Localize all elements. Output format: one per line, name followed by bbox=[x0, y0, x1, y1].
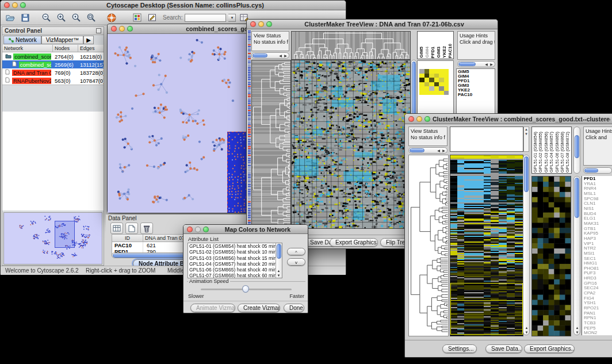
plugin-palette-icon[interactable] bbox=[131, 12, 143, 24]
column-label[interactable]: YKE2 bbox=[442, 46, 447, 58]
save-icon[interactable] bbox=[19, 12, 32, 24]
zoom-out-icon[interactable] bbox=[40, 12, 52, 24]
float-panel-icon[interactable] bbox=[96, 28, 101, 33]
treeview2-hints-hscrollbar[interactable] bbox=[583, 167, 612, 174]
attribute-list-item[interactable]: GPL51-07 (GSM868) heat shock 60 min bbox=[188, 273, 282, 278]
scroll-right-icon[interactable]: ▶ bbox=[489, 63, 494, 66]
close-icon[interactable] bbox=[4, 2, 10, 8]
treeview2-heatmap-vscrollbar[interactable]: ▲ ▼ bbox=[523, 155, 530, 335]
column-label[interactable]: PFD1 bbox=[430, 47, 435, 58]
close-icon[interactable] bbox=[187, 227, 193, 232]
search-input[interactable] bbox=[185, 14, 226, 22]
zoom-fit-icon[interactable] bbox=[85, 12, 97, 24]
attribute-list-item[interactable]: GPL51-04 (GSM857) heat shock 20 min bbox=[188, 261, 282, 267]
scrollbar-thumb[interactable] bbox=[524, 156, 529, 192]
scrollbar-thumb[interactable] bbox=[575, 178, 579, 218]
column-label[interactable]: GPL51-02 (GSM855) bbox=[538, 132, 543, 173]
column-label[interactable]: GIM3 bbox=[436, 47, 441, 58]
scroll-right-icon[interactable]: ▶ bbox=[441, 149, 446, 152]
close-icon[interactable] bbox=[250, 21, 256, 27]
zoom-window-icon[interactable] bbox=[424, 116, 430, 122]
minimize-icon[interactable] bbox=[119, 26, 125, 32]
scrollbar-thumb[interactable] bbox=[584, 168, 598, 173]
treeview2-zoom-heatmap[interactable] bbox=[531, 176, 571, 336]
treeview2-collabel-vscrollbar[interactable] bbox=[573, 127, 580, 174]
create-vizmap-button[interactable]: Create Vizmap bbox=[238, 304, 280, 312]
zoom-in-icon[interactable] bbox=[55, 12, 67, 24]
table-icon[interactable] bbox=[110, 223, 123, 234]
attribute-list[interactable]: GPL51-01 (GSM854) heat shock 05 minGPL51… bbox=[188, 243, 282, 278]
minimize-icon[interactable] bbox=[195, 227, 201, 232]
column-label[interactable]: GPL51-01 (GSM854) bbox=[533, 132, 538, 173]
treeview2-status-hscrollbar[interactable]: ◀ ▶ bbox=[408, 147, 447, 154]
treeview2-column-labels[interactable]: GPL51-01 (GSM854)GPL51-02 (GSM855)GPL51-… bbox=[531, 127, 572, 174]
settings--button[interactable]: Settings... bbox=[442, 344, 477, 353]
annotation-icon[interactable] bbox=[146, 12, 158, 24]
minimize-icon[interactable] bbox=[416, 116, 422, 122]
tab-overflow-arrow[interactable]: ▶ bbox=[83, 36, 94, 44]
column-label[interactable]: GPL51-03 (GSM856) bbox=[544, 132, 549, 173]
zoom-selected-icon[interactable] bbox=[70, 12, 82, 24]
column-label[interactable]: GIM5 bbox=[419, 47, 424, 58]
column-label[interactable]: GPL51-04 (GSM857) bbox=[549, 132, 554, 173]
treeview1-main-heatmap[interactable] bbox=[291, 60, 411, 229]
treeview1-column-dendrogram[interactable] bbox=[291, 31, 411, 60]
minimize-icon[interactable] bbox=[258, 21, 264, 27]
open-folder-icon[interactable] bbox=[4, 12, 17, 24]
new-document-icon[interactable] bbox=[125, 223, 138, 234]
zoom-window-icon[interactable] bbox=[266, 21, 272, 27]
treeview1-hints-hscrollbar[interactable]: ◀ ▶ bbox=[457, 61, 495, 67]
treeview1-zoom-heatmap[interactable] bbox=[419, 69, 449, 95]
gene-label[interactable]: MON2 bbox=[584, 331, 612, 335]
attribute-list-item[interactable]: GPL51-02 (GSM855) heat shock 10 min bbox=[188, 249, 282, 255]
save-data--button[interactable]: Save Data... bbox=[485, 344, 522, 353]
tab-network[interactable]: Network bbox=[3, 36, 41, 44]
treeview2-main-heatmap[interactable] bbox=[450, 155, 523, 336]
birdseye-view[interactable] bbox=[3, 212, 102, 265]
export-graphics--button[interactable]: Export Graphics... bbox=[524, 344, 575, 353]
treeview2-column-dendrogram[interactable] bbox=[450, 127, 523, 152]
move-up-button[interactable]: ^ bbox=[287, 248, 305, 255]
zoom-window-icon[interactable] bbox=[203, 227, 209, 232]
help-lifering-icon[interactable] bbox=[105, 12, 118, 24]
row-label[interactable]: PAC10 bbox=[458, 93, 494, 97]
animate-vizmap-button[interactable]: Animate Vizmap bbox=[190, 304, 235, 312]
scrollbar-thumb[interactable] bbox=[458, 62, 476, 66]
attribute-list-item[interactable]: GPL51-06 (GSM865) heat shock 40 min bbox=[188, 267, 282, 273]
close-icon[interactable] bbox=[408, 116, 414, 122]
scroll-up-icon[interactable]: ▲ bbox=[524, 326, 529, 329]
network-table-row[interactable]: RNAPuberNov2+563(0)107847(0) bbox=[2, 76, 104, 85]
scroll-down-icon[interactable]: ▼ bbox=[276, 274, 281, 277]
treeview1-row-dendrogram[interactable] bbox=[251, 60, 291, 229]
treeview1-titlebar[interactable]: ClusterMaker TreeView : DNA and Tran 07-… bbox=[247, 20, 498, 29]
zoom-window-icon[interactable] bbox=[20, 2, 26, 8]
attribute-list-item[interactable]: GPL51-03 (GSM856) heat shock 15 min bbox=[188, 255, 282, 261]
scroll-up-icon[interactable]: ▲ bbox=[575, 326, 580, 329]
column-label[interactable]: GIM4 bbox=[424, 47, 430, 58]
treeview1-column-labels[interactable]: GIM5GIM4PFD1GIM3YKE2PAC10 bbox=[417, 31, 454, 59]
attribute-list-item[interactable]: GPL51-01 (GSM854) heat shock 05 min bbox=[188, 243, 282, 249]
network-table-row[interactable]: combined_sco2569(6)13112(15) bbox=[2, 60, 104, 68]
close-icon[interactable] bbox=[111, 26, 117, 32]
treeview2-row-dendrogram[interactable] bbox=[408, 155, 449, 336]
scroll-right-icon[interactable]: ▶ bbox=[283, 54, 288, 58]
treeview2-coldendro-scroll[interactable]: ▲▼ bbox=[523, 127, 529, 152]
treeview2-gene-labels[interactable]: PFD1YRA1RNR4MSL1SPC98CLN1NIS1BUD4ELG1MAK… bbox=[582, 176, 612, 335]
network-table-row[interactable]: DNA and Tran 07769(0)183728(0) bbox=[2, 68, 104, 76]
scrollbar-thumb[interactable] bbox=[277, 244, 281, 259]
treeview1-status-hscrollbar[interactable]: ◀ ▶ bbox=[251, 52, 289, 59]
trash-icon[interactable] bbox=[140, 223, 153, 234]
scroll-left-icon[interactable]: ◀ bbox=[278, 54, 283, 58]
minimize-icon[interactable] bbox=[12, 2, 18, 8]
column-label[interactable]: PAC10 bbox=[447, 44, 453, 58]
scrollbar-thumb[interactable] bbox=[253, 53, 267, 58]
column-label[interactable]: GPL51-08 (GSM872) bbox=[565, 132, 570, 173]
network-table-row[interactable]: combined_scores2764(0)16218(0) bbox=[2, 52, 104, 60]
tab-vizmapper[interactable]: VizMapper™ bbox=[41, 36, 84, 44]
main-titlebar[interactable]: Cytoscape Desktop (Session Name: collins… bbox=[1, 1, 346, 10]
export-graphics--button[interactable]: Export Graphics... bbox=[330, 238, 378, 247]
dialog-titlebar[interactable]: Map Colors to Network bbox=[183, 225, 308, 234]
zoom-window-icon[interactable] bbox=[127, 26, 133, 32]
speed-slider-knob[interactable] bbox=[242, 285, 249, 293]
attribute-list-vscrollbar[interactable]: ▲ ▼ bbox=[276, 243, 282, 278]
